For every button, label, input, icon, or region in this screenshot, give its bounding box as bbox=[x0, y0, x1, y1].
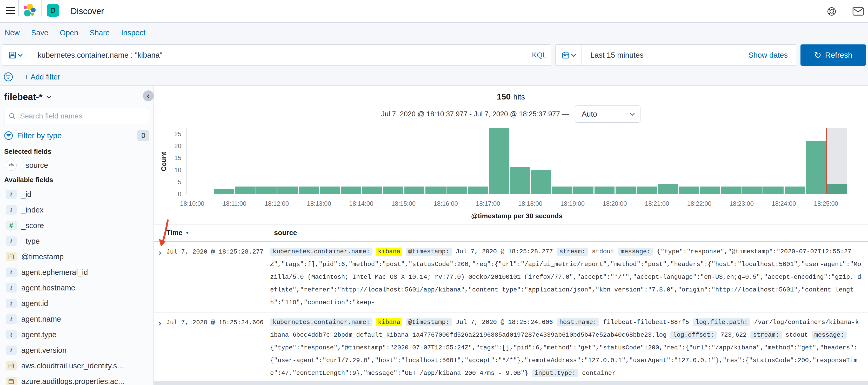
histogram-bar bbox=[426, 186, 446, 194]
hits-line: 150hits bbox=[154, 92, 868, 101]
column-header-time[interactable]: Time▼ bbox=[166, 229, 270, 237]
help-icon[interactable] bbox=[826, 5, 838, 18]
toolbar-links: NewSaveOpenShareInspect bbox=[5, 23, 146, 43]
horizontal-scrollbar[interactable] bbox=[154, 381, 868, 385]
field-name-badge: @timestamp: bbox=[406, 318, 452, 326]
field-row-agent.name[interactable]: tagent.name bbox=[4, 311, 149, 327]
histogram-bar bbox=[763, 186, 783, 194]
subheader: NewSaveOpenShareInspect kubernetes.conta… bbox=[0, 23, 868, 86]
menu-icon[interactable] bbox=[6, 7, 16, 16]
search-icon bbox=[8, 113, 16, 120]
query-bar: kubernetes.container.name : "kibana" KQL bbox=[2, 45, 551, 66]
x-tick-label: 18:17:00 bbox=[466, 200, 510, 207]
field-row-_score[interactable]: #_score bbox=[4, 218, 149, 233]
histogram-bar bbox=[806, 141, 826, 194]
field-row-@timestamp[interactable]: @timestamp bbox=[4, 249, 149, 264]
number-field-icon: # bbox=[6, 221, 17, 230]
refresh-button[interactable]: ↻ Refresh bbox=[801, 45, 866, 66]
source-text: container bbox=[579, 370, 616, 377]
histogram-bar bbox=[299, 186, 319, 194]
field-row-agent.ephemeral_id[interactable]: tagent.ephemeral_id bbox=[4, 264, 149, 280]
field-name: agent.type bbox=[21, 330, 56, 339]
source-text: stdout bbox=[588, 248, 618, 255]
text-field-icon: t bbox=[6, 236, 17, 246]
expand-row-icon[interactable]: › bbox=[154, 245, 166, 309]
highlighted-value: kibana bbox=[376, 318, 402, 326]
divider bbox=[41, 0, 41, 16]
toolbar-link-share[interactable]: Share bbox=[90, 29, 110, 37]
text-field-icon: t bbox=[6, 330, 17, 339]
field-row-_index[interactable]: t_index bbox=[4, 202, 149, 218]
index-pattern-title: filebeat-* bbox=[4, 92, 42, 102]
histogram-bar bbox=[510, 167, 530, 194]
field-row-_id[interactable]: t_id bbox=[4, 186, 149, 202]
field-name: agent.id bbox=[21, 299, 48, 308]
filter-bar: + Add filter bbox=[4, 69, 60, 85]
histogram-bar bbox=[235, 186, 255, 194]
field-name: _id bbox=[21, 190, 31, 199]
field-row-_type[interactable]: t_type bbox=[4, 233, 149, 249]
histogram-plot[interactable] bbox=[186, 128, 847, 194]
field-name-badge: message: bbox=[812, 331, 847, 339]
collapse-sidebar-button[interactable] bbox=[143, 90, 154, 101]
field-name-badge: kubernetes.container.name: bbox=[270, 247, 372, 256]
field-name: _type bbox=[21, 237, 40, 245]
chevron-down-icon bbox=[630, 111, 635, 116]
time-range-label[interactable]: Last 15 minutes bbox=[582, 51, 644, 59]
field-name-badge: host.name: bbox=[557, 318, 599, 326]
toolbar-link-new[interactable]: New bbox=[5, 29, 20, 37]
add-filter-button[interactable]: + Add filter bbox=[24, 73, 60, 81]
source-text bbox=[402, 319, 405, 326]
query-language-button[interactable]: KQL bbox=[527, 51, 551, 59]
source-text: Jul 7, 2020 @ 18:25:24.606 bbox=[452, 319, 557, 326]
histogram-bar bbox=[742, 186, 763, 194]
field-row-aws.cloudtrail.user_identity.s...[interactable]: aws.cloudtrail.user_identity.s... bbox=[4, 358, 149, 374]
field-row-agent.hostname[interactable]: tagent.hostname bbox=[4, 280, 149, 296]
highlighted-value: kibana bbox=[376, 247, 402, 256]
date-field-icon bbox=[6, 252, 17, 261]
interval-select[interactable]: Auto bbox=[575, 106, 641, 123]
histogram-bar bbox=[552, 186, 572, 194]
index-pattern-switcher[interactable]: filebeat-* bbox=[4, 91, 149, 103]
query-input[interactable]: kubernetes.container.name : "kibana" bbox=[28, 51, 527, 59]
quick-select-button[interactable] bbox=[556, 45, 582, 65]
field-row-azure.auditlogs.properties.ac...[interactable]: azure.auditlogs.properties.ac... bbox=[4, 374, 149, 385]
divider bbox=[17, 77, 21, 77]
filter-by-type-button[interactable]: Filter by type bbox=[17, 131, 133, 140]
field-name-badge: message: bbox=[618, 247, 653, 256]
histogram-bar bbox=[362, 186, 382, 194]
toolbar-link-open[interactable]: Open bbox=[60, 29, 78, 37]
mail-icon[interactable] bbox=[852, 5, 864, 18]
interval-select-value: Auto bbox=[582, 110, 630, 118]
field-row-agent.type[interactable]: tagent.type bbox=[4, 327, 149, 343]
x-axis-title: @timestamp per 30 seconds bbox=[186, 212, 847, 220]
source-text: Jul 7, 2020 @ 18:25:28.277 bbox=[452, 248, 557, 255]
x-tick-label: 18:18:00 bbox=[508, 200, 552, 207]
field-row-agent.version[interactable]: tagent.version bbox=[4, 343, 149, 358]
elastic-logo-icon[interactable] bbox=[23, 4, 36, 19]
toolbar-link-inspect[interactable]: Inspect bbox=[121, 29, 146, 37]
x-tick-label: 18:12:00 bbox=[254, 200, 299, 207]
text-field-icon: t bbox=[6, 299, 17, 308]
saved-query-menu-button[interactable] bbox=[2, 45, 28, 65]
save-icon bbox=[8, 51, 17, 59]
field-row-agent.id[interactable]: tagent.id bbox=[4, 296, 149, 311]
y-tick-label: 5 bbox=[160, 178, 181, 186]
current-time-marker bbox=[826, 128, 827, 194]
toolbar-link-save[interactable]: Save bbox=[31, 29, 48, 37]
field-search-input[interactable] bbox=[20, 112, 145, 121]
field-name-badge: stream: bbox=[750, 331, 782, 339]
calendar-icon bbox=[561, 51, 570, 59]
row-source: kubernetes.container.name: kibana @times… bbox=[270, 316, 861, 380]
partial-bucket-shade bbox=[827, 128, 847, 194]
histogram-bar bbox=[531, 170, 551, 194]
x-tick-label: 18:10:00 bbox=[170, 200, 214, 207]
show-dates-button[interactable]: Show dates bbox=[748, 51, 796, 59]
histogram-bar bbox=[616, 186, 636, 194]
field-row-_source[interactable]: </>_source bbox=[4, 159, 149, 171]
x-tick-label: 18:23:00 bbox=[719, 200, 764, 207]
histogram-bar bbox=[256, 186, 277, 194]
source-text bbox=[372, 248, 376, 255]
histogram-bar bbox=[383, 186, 403, 194]
expand-row-icon[interactable]: › bbox=[154, 316, 166, 380]
